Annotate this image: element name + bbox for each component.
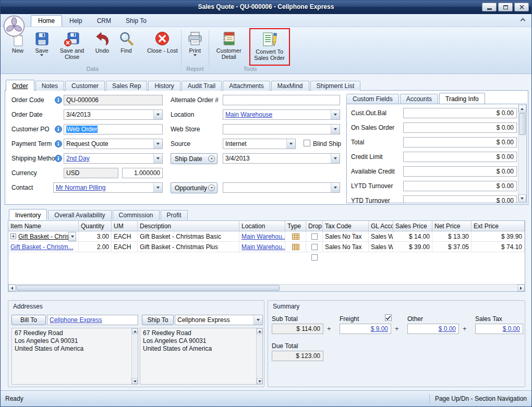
available-credit-field[interactable]: $ 0.00 xyxy=(403,166,517,177)
alternate-order-field[interactable] xyxy=(223,95,340,105)
ship-to-select[interactable]: Cellphone Express xyxy=(175,315,263,325)
dropdown-icon[interactable] xyxy=(153,154,162,163)
type-cell[interactable] xyxy=(285,231,306,242)
ribbon-tab-help[interactable]: Help xyxy=(62,15,90,27)
dropdown-icon[interactable] xyxy=(68,232,76,241)
sub-total-field[interactable]: $ 114.00 xyxy=(272,324,323,334)
scroll-down-icon[interactable] xyxy=(518,194,526,202)
bill-to-name-field[interactable]: Cellphone Express xyxy=(47,315,138,325)
description-cell[interactable]: Gift Basket - Christmas Basic xyxy=(138,231,239,242)
gl-account-cell[interactable]: Sales Wh xyxy=(369,231,393,242)
dropdown-icon[interactable] xyxy=(331,125,340,134)
expand-icon[interactable] xyxy=(10,233,16,239)
ext-price-cell[interactable]: $ 74.10 xyxy=(471,242,525,252)
quantity-cell[interactable]: 3.00 xyxy=(79,231,112,242)
lytd-turnover-field[interactable]: $ 0.00 xyxy=(403,181,517,191)
tab-sales-rep[interactable]: Sales Rep xyxy=(106,81,147,91)
tab-maxmind[interactable]: MaxMind xyxy=(271,81,309,91)
opportunity-select[interactable] xyxy=(223,182,340,193)
location-select[interactable]: Main Warehouse xyxy=(223,109,340,120)
info-icon[interactable] xyxy=(55,155,62,162)
on-sales-order-field[interactable]: $ 0.00 xyxy=(403,122,517,133)
address-scrollbar[interactable] xyxy=(131,328,138,384)
print-button[interactable]: Print xyxy=(183,28,207,56)
drop-checkbox[interactable] xyxy=(311,254,318,261)
save-dropdown-icon[interactable] xyxy=(40,54,43,56)
dropdown-icon[interactable] xyxy=(153,139,162,149)
ribbon-tab-home[interactable]: Home xyxy=(31,15,62,27)
save-and-close-button[interactable]: Save and Close xyxy=(54,28,90,60)
net-price-cell[interactable]: $ 13.30 xyxy=(432,231,471,242)
um-cell[interactable]: EACH xyxy=(112,242,138,252)
tab-trading-info[interactable]: Trading Info xyxy=(439,93,485,104)
customer-po-field[interactable]: Web Order xyxy=(64,124,163,134)
sales-price-cell[interactable]: $ 39.00 xyxy=(393,242,432,252)
currency-rate-field[interactable]: 1.000000 xyxy=(122,168,163,178)
dropdown-icon[interactable] xyxy=(286,139,295,149)
currency-code-field[interactable]: USD xyxy=(64,168,118,178)
web-store-select[interactable] xyxy=(223,124,340,134)
scrollbar-thumb[interactable] xyxy=(519,113,526,135)
close-button[interactable] xyxy=(514,3,529,11)
tab-profit[interactable]: Profit xyxy=(161,210,188,220)
tab-order[interactable]: Order xyxy=(6,80,34,91)
dropdown-icon[interactable] xyxy=(153,183,162,192)
info-icon[interactable] xyxy=(55,140,62,147)
ribbon-tab-ship-to[interactable]: Ship To xyxy=(118,15,154,27)
ytd-turnover-field[interactable]: $ 0.00 xyxy=(403,195,517,203)
find-button[interactable]: Find xyxy=(114,28,138,54)
col-tax-code[interactable]: Tax Code xyxy=(323,221,369,231)
tax-code-cell[interactable]: Sales No Tax xyxy=(323,242,369,252)
bill-to-address[interactable]: 67 Reedley Road Los Angeles CA 90031 Uni… xyxy=(11,328,138,385)
ext-price-cell[interactable]: $ 39.90 xyxy=(471,231,525,242)
table-row-new[interactable] xyxy=(8,252,525,263)
tab-notes[interactable]: Notes xyxy=(35,81,64,91)
sales-price-cell[interactable]: $ 14.00 xyxy=(393,231,432,242)
location-cell[interactable]: Main Warehou... xyxy=(239,242,285,252)
col-net-price[interactable]: Net Price xyxy=(432,221,471,231)
payment-term-select[interactable]: Request Quote xyxy=(64,139,163,149)
order-date-select[interactable]: 3/4/2013 xyxy=(64,109,163,120)
type-cell[interactable] xyxy=(285,242,306,252)
tab-custom-fields[interactable]: Custom Fields xyxy=(346,94,399,104)
cust-out-bal-field[interactable]: $ 0.00 xyxy=(403,108,517,118)
scrollbar-thumb[interactable] xyxy=(16,285,280,291)
drop-checkbox[interactable] xyxy=(311,233,318,240)
opportunity-button[interactable]: Opportunity xyxy=(171,182,217,193)
scroll-right-icon[interactable] xyxy=(517,285,525,291)
col-drop[interactable]: Drop xyxy=(306,221,323,231)
total-field[interactable]: $ 0.00 xyxy=(403,137,517,147)
tab-attachments[interactable]: Attachments xyxy=(223,81,270,91)
tab-customer[interactable]: Customer xyxy=(65,81,105,91)
title-bar[interactable]: Sales Quote - QU-000006 - Cellphone Expr… xyxy=(1,1,531,14)
collapse-ribbon-icon[interactable] xyxy=(518,17,527,24)
chevron-down-icon[interactable] xyxy=(208,184,215,191)
info-icon[interactable] xyxy=(55,126,62,133)
convert-to-sales-order-button[interactable]: Convert To Sales Order xyxy=(251,29,288,61)
col-description[interactable]: Description xyxy=(138,221,239,231)
freight-checkbox[interactable] xyxy=(385,314,392,321)
scroll-down-icon[interactable] xyxy=(132,378,138,384)
freight-field[interactable]: $ 9.00 xyxy=(340,324,391,334)
address-scrollbar[interactable] xyxy=(256,328,262,384)
gl-account-cell[interactable]: Sales Wh xyxy=(369,242,393,252)
col-um[interactable]: UM xyxy=(112,221,138,231)
dropdown-icon[interactable] xyxy=(153,110,162,119)
horizontal-scrollbar[interactable] xyxy=(8,284,525,291)
vertical-scrollbar[interactable] xyxy=(518,105,526,202)
print-dropdown-icon[interactable] xyxy=(194,54,197,56)
tab-overall-availability[interactable]: Overall Availability xyxy=(48,210,111,220)
customer-detail-button[interactable]: Customer Detail xyxy=(211,28,247,60)
tab-accounts[interactable]: Accounts xyxy=(400,94,438,104)
col-item-name[interactable]: Item Name xyxy=(8,221,79,231)
minimize-button[interactable] xyxy=(482,3,497,11)
shipping-method-select[interactable]: 2nd Day xyxy=(64,153,163,164)
tab-audit-trail[interactable]: Audit Trail xyxy=(182,81,222,91)
scroll-up-icon[interactable] xyxy=(132,328,138,334)
scroll-down-icon[interactable] xyxy=(257,378,262,384)
tax-code-cell[interactable]: Sales No Tax xyxy=(323,231,369,242)
undo-button[interactable]: Undo xyxy=(90,28,114,54)
info-icon[interactable] xyxy=(55,96,62,104)
col-ext-price[interactable]: Ext Price xyxy=(471,221,525,231)
col-gl-account[interactable]: GL Accou xyxy=(369,221,393,231)
